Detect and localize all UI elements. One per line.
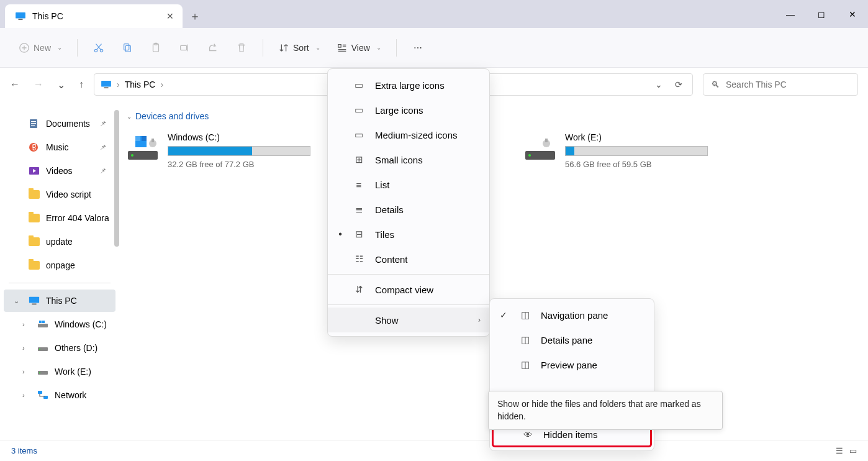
tab-thispc[interactable]: This PC ✕: [5, 4, 183, 28]
details-view-toggle[interactable]: ☰: [836, 446, 843, 455]
sidebar-item-folder[interactable]: Error 404 Valora: [4, 207, 115, 229]
delete-button[interactable]: [229, 37, 254, 59]
svg-rect-14: [31, 121, 36, 122]
chevron-down-icon: ⌄: [376, 44, 381, 51]
chevron-right-icon[interactable]: ›: [22, 368, 25, 375]
menu-item-large-icons[interactable]: ▭Large icons: [328, 98, 489, 122]
menu-item-navigation-pane[interactable]: ✓◫Navigation pane: [490, 303, 654, 327]
sidebar-item-videos[interactable]: Videos 📌︎: [4, 160, 115, 182]
separator: [9, 283, 111, 283]
clipboard-icon: [150, 42, 161, 53]
share-button[interactable]: [201, 37, 225, 59]
up-button[interactable]: ↑: [79, 79, 84, 91]
menu-item-small-icons[interactable]: ⊞Small icons: [328, 147, 489, 172]
sidebar-item-network[interactable]: › Network: [4, 384, 115, 406]
trash-icon: [236, 42, 247, 53]
chevron-down-icon: ⌄: [57, 44, 62, 51]
drive-item[interactable]: Windows (C:) 32.2 GB free of 77.2 GB: [127, 132, 313, 169]
sidebar-item-label: This PC: [46, 296, 77, 306]
sidebar-item-folder[interactable]: Video script: [4, 183, 115, 206]
svg-rect-9: [181, 45, 187, 50]
sidebar-item-label: Music: [46, 142, 69, 152]
videos-icon: [29, 166, 40, 176]
search-box[interactable]: 🔍︎: [703, 73, 858, 96]
svg-point-25: [39, 349, 40, 350]
new-tab-button[interactable]: ＋: [183, 4, 207, 28]
back-button[interactable]: ←: [10, 79, 20, 91]
address-dropdown[interactable]: ⌄: [651, 80, 666, 89]
drive-free-text: 32.2 GB free of 77.2 GB: [168, 160, 313, 169]
sidebar-item-music[interactable]: Music 📌︎: [4, 136, 115, 158]
breadcrumb-root[interactable]: This PC: [125, 80, 156, 89]
svg-rect-21: [38, 324, 48, 327]
menu-item-compact-view[interactable]: ⇵Compact view: [328, 277, 489, 302]
svg-rect-1: [19, 19, 23, 20]
maximize-button[interactable]: ◻: [806, 0, 837, 28]
svg-rect-28: [38, 391, 42, 394]
recent-button[interactable]: ⌄: [57, 79, 65, 91]
new-label: New: [34, 43, 51, 53]
menu-item-details[interactable]: ≣Details: [328, 197, 489, 222]
svg-rect-23: [42, 321, 45, 323]
documents-icon: [29, 119, 40, 129]
folder-icon: [29, 237, 40, 246]
menu-item-list[interactable]: ≡List: [328, 172, 489, 197]
menu-item-preview-pane[interactable]: ◫Preview pane: [490, 352, 654, 377]
chevron-right-icon[interactable]: ›: [22, 344, 25, 352]
sort-button[interactable]: Sort ⌄: [272, 37, 327, 59]
layout-icon: ▭: [353, 104, 365, 116]
search-input[interactable]: [726, 80, 850, 89]
details-icon: ≣: [353, 204, 365, 215]
menu-item-details-pane[interactable]: ◫Details pane: [490, 327, 654, 352]
status-bar: 3 items ☰ ▭: [0, 440, 868, 461]
menu-item-content[interactable]: ☷Content: [328, 247, 489, 272]
pc-icon: [101, 80, 112, 89]
menu-item-medium-icons[interactable]: ▭Medium-sized icons: [328, 122, 489, 147]
rename-button[interactable]: [172, 37, 197, 59]
refresh-button[interactable]: ⟳: [671, 80, 686, 89]
tiles-view-toggle[interactable]: ▭: [849, 446, 857, 455]
sidebar-item-drive[interactable]: › Windows (C:): [4, 313, 115, 335]
sidebar-item-drive[interactable]: › Others (D:): [4, 337, 115, 359]
sidebar-item-drive[interactable]: › Work (E:): [4, 360, 115, 383]
layout-icon: ▭: [353, 129, 365, 140]
svg-rect-6: [125, 45, 130, 52]
chevron-right-icon[interactable]: ›: [22, 391, 25, 399]
svg-rect-12: [104, 87, 109, 88]
forward-button[interactable]: →: [34, 79, 43, 91]
more-button[interactable]: ⋯: [405, 37, 430, 59]
sidebar-item-thispc[interactable]: ⌄ This PC: [4, 290, 115, 312]
pc-icon: [29, 296, 40, 306]
minimize-button[interactable]: —: [775, 0, 806, 28]
svg-rect-15: [31, 123, 36, 124]
scissors-icon: [93, 42, 104, 53]
sidebar-item-label: onpage: [46, 260, 75, 270]
tab-close-icon[interactable]: ✕: [165, 11, 175, 21]
view-button[interactable]: View ⌄: [330, 37, 387, 59]
pin-icon: 📌︎: [99, 167, 107, 175]
group-header[interactable]: ⌄ Devices and drives: [127, 111, 868, 121]
drive-free-text: 56.6 GB free of 59.5 GB: [565, 160, 710, 169]
menu-item-extra-large-icons[interactable]: ▭Extra large icons: [328, 73, 489, 98]
cut-button[interactable]: [86, 37, 111, 59]
sidebar-item-documents[interactable]: Documents 📌︎: [4, 112, 115, 135]
close-button[interactable]: ✕: [837, 0, 868, 28]
paste-button[interactable]: [143, 37, 168, 59]
chevron-down-icon: ⌄: [127, 113, 132, 120]
new-button[interactable]: New ⌄: [12, 37, 68, 59]
chevron-right-icon: ›: [478, 316, 481, 324]
chevron-right-icon[interactable]: ›: [22, 321, 25, 328]
drive-icon: [37, 367, 48, 377]
chevron-down-icon[interactable]: ⌄: [14, 297, 19, 305]
sidebar-item-folder[interactable]: update: [4, 230, 115, 253]
scrollbar-thumb[interactable]: [114, 110, 119, 247]
svg-rect-20: [32, 304, 36, 305]
copy-button[interactable]: [115, 37, 140, 59]
copy-icon: [122, 42, 133, 53]
sidebar-item-folder[interactable]: onpage: [4, 254, 115, 276]
grid-icon: ⊞: [353, 154, 365, 165]
separator: [263, 39, 263, 57]
menu-item-tiles[interactable]: •⊟Tiles: [328, 222, 489, 247]
drive-item[interactable]: Work (E:) 56.6 GB free of 59.5 GB: [524, 132, 710, 169]
menu-item-show[interactable]: Show›: [328, 308, 489, 332]
